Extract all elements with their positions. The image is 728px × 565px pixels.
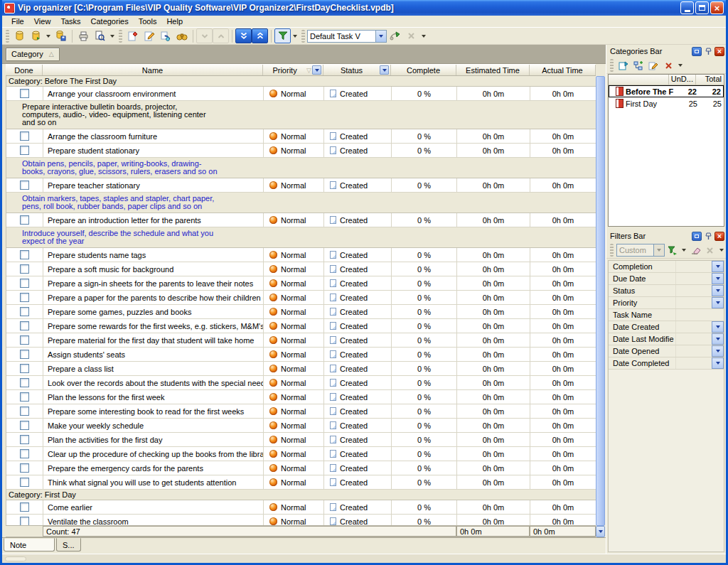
menu-item-tools[interactable]: Tools	[134, 16, 162, 26]
filter-preset-combobox[interactable]: Custom	[616, 244, 665, 257]
task-row[interactable]: Prepare some games, puzzles and booksNor…	[6, 305, 596, 319]
task-row[interactable]: Prepare teacher stationaryNormalCreated0…	[6, 178, 596, 193]
filter-value[interactable]	[675, 333, 712, 345]
task-row[interactable]: Prepare a soft music for backgroundNorma…	[6, 262, 596, 276]
filter-dropdown-button[interactable]	[712, 273, 724, 284]
clear-filter-button[interactable]	[689, 244, 702, 257]
open-database-button[interactable]	[28, 28, 44, 43]
task-done-checkbox[interactable]	[20, 264, 29, 274]
apply-filter-dropdown-icon[interactable]	[682, 249, 686, 252]
task-row[interactable]: Plan the activities for the first dayNor…	[6, 433, 596, 447]
close-button[interactable]: ×	[710, 1, 724, 14]
column-header-name[interactable]: Name	[43, 65, 263, 75]
column-header-status[interactable]: Status	[323, 65, 391, 75]
open-database-dropdown-icon[interactable]	[46, 35, 50, 38]
new-task-button[interactable]	[124, 28, 141, 43]
filters-close-button[interactable]: ×	[714, 232, 724, 241]
task-row[interactable]: Prepare students name tagsNormalCreated0…	[6, 248, 596, 262]
move-down-button-disabled[interactable]	[196, 28, 213, 43]
toolbar-grip[interactable]	[610, 244, 614, 257]
toolbar-grip[interactable]	[610, 59, 614, 72]
new-subcategory-button[interactable]	[631, 59, 646, 72]
task-row[interactable]: Prepare a paper for the parents to descr…	[6, 291, 596, 305]
delete-filter-button-disabled[interactable]	[703, 244, 717, 257]
filter-value[interactable]	[675, 357, 712, 369]
task-done-checkbox[interactable]	[20, 350, 29, 359]
categories-pin-button[interactable]	[703, 47, 713, 56]
menu-item-help[interactable]: Help	[161, 16, 188, 26]
task-row[interactable]: Prepare student stationaryNormalCreated0…	[6, 144, 596, 158]
toolbar-grip[interactable]	[301, 30, 305, 43]
categories-toolbar-dropdown-icon[interactable]	[678, 64, 682, 67]
task-done-checkbox[interactable]	[20, 279, 29, 288]
task-row[interactable]: Come earlierNormalCreated0 %0h 0m0h 0m	[6, 500, 596, 515]
edit-task-button[interactable]	[141, 28, 157, 43]
move-up-button-disabled[interactable]	[213, 28, 229, 43]
print-button[interactable]	[75, 28, 92, 43]
filter-dropdown-button[interactable]	[712, 333, 724, 345]
vertical-scrollbar[interactable]	[596, 76, 605, 537]
category-undone-column[interactable]: UnD...	[668, 75, 695, 85]
categories-close-button[interactable]: ×	[714, 47, 724, 56]
new-database-button[interactable]	[11, 28, 28, 43]
group-row[interactable]: Category: First Day	[6, 490, 596, 500]
task-done-checkbox[interactable]	[20, 421, 29, 430]
minimize-button[interactable]	[680, 1, 694, 14]
priority-filter-dropdown-button[interactable]	[312, 65, 321, 75]
task-done-checkbox[interactable]	[20, 364, 29, 373]
task-done-checkbox[interactable]	[20, 478, 29, 487]
tab-summary[interactable]: S...	[56, 538, 81, 551]
task-done-checkbox[interactable]	[20, 146, 29, 155]
task-done-checkbox[interactable]	[20, 181, 29, 190]
category-row[interactable]: Before The F2222	[609, 85, 724, 97]
menu-item-tasks[interactable]: Tasks	[55, 16, 85, 26]
task-row[interactable]: Clear up the procedure of checking up th…	[6, 447, 596, 461]
task-done-checkbox[interactable]	[20, 321, 29, 330]
task-view-dropdown-button[interactable]	[375, 31, 386, 42]
toolbar-grip[interactable]	[6, 30, 9, 43]
delete-view-button-disabled[interactable]	[403, 28, 419, 43]
status-filter-dropdown-button[interactable]	[380, 65, 389, 75]
task-done-checkbox[interactable]	[20, 250, 29, 259]
column-header-actual-time[interactable]: Actual Time	[530, 65, 596, 75]
task-row[interactable]: Prepare an introduction letter for the p…	[6, 213, 596, 227]
task-done-checkbox[interactable]	[20, 335, 29, 345]
column-header-estimated-time[interactable]: Estimated Time	[456, 65, 530, 75]
filters-pin-button[interactable]	[703, 232, 713, 241]
edit-category-button[interactable]	[646, 59, 660, 72]
task-done-checkbox[interactable]	[20, 307, 29, 316]
filter-dropdown-button[interactable]	[712, 321, 724, 333]
group-by-category-button[interactable]: Category △	[6, 48, 60, 61]
task-done-checkbox[interactable]	[20, 131, 29, 141]
task-row[interactable]: Look over the records about the students…	[6, 376, 596, 390]
filters-toolbar-dropdown-icon[interactable]	[719, 249, 724, 252]
filter-value[interactable]	[675, 285, 712, 296]
filters-maximize-button[interactable]	[692, 232, 702, 241]
task-done-checkbox[interactable]	[20, 517, 29, 525]
task-row[interactable]: Prepare the emergency cards for the pare…	[6, 461, 596, 475]
menu-item-view[interactable]: View	[29, 16, 56, 26]
task-row[interactable]: Make your weekly scheduleNormalCreated0 …	[6, 419, 596, 433]
task-done-checkbox[interactable]	[20, 463, 29, 473]
column-header-done[interactable]: Done	[6, 65, 43, 75]
task-row[interactable]: Ventilate the classroomNormalCreated0 %0…	[6, 515, 596, 525]
filter-value[interactable]	[675, 321, 712, 333]
collapse-all-button[interactable]	[252, 28, 268, 43]
categories-maximize-button[interactable]	[692, 47, 702, 56]
filter-value[interactable]	[675, 297, 712, 308]
filter-value[interactable]	[675, 309, 724, 321]
task-row[interactable]: Prepare some rewards for the first weeks…	[6, 319, 596, 333]
print-dropdown-icon[interactable]	[110, 35, 114, 38]
task-done-checkbox[interactable]	[20, 89, 29, 98]
task-row[interactable]: Prepare some interesting book to read fo…	[6, 404, 596, 419]
apply-filter-button[interactable]	[665, 244, 679, 257]
filter-dropdown-button[interactable]	[712, 345, 724, 357]
category-name-column[interactable]	[609, 75, 668, 85]
filter-toggle-button[interactable]	[274, 28, 291, 43]
search-button[interactable]	[173, 28, 190, 43]
scrollbar-thumb[interactable]	[596, 76, 605, 526]
task-row[interactable]: Arrange the classroom furnitureNormalCre…	[6, 129, 596, 144]
duplicate-task-button[interactable]	[157, 28, 173, 43]
task-done-checkbox[interactable]	[20, 435, 29, 444]
menu-item-categories[interactable]: Categories	[86, 16, 134, 26]
